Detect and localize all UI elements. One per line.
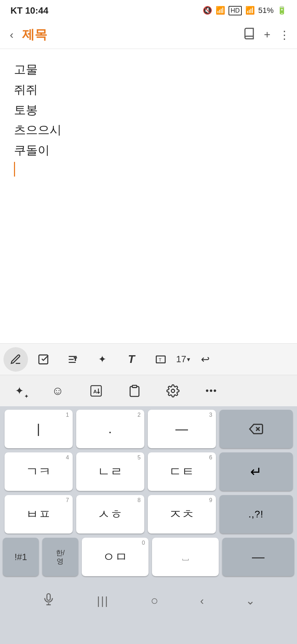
svg-rect-13 [47,594,50,600]
keyboard: 1 | 2 . 3 — 4 ㄱㅋ 5 ㄴㄹ [0,406,297,644]
keyboard-row-4: !#1 한/영 0 ㅇㅁ ⎵ — [3,538,294,576]
key-dot[interactable]: 2 . [76,410,144,448]
font-size-dropdown-icon: ▾ [187,356,190,363]
hide-keyboard-button[interactable]: ⌄ [246,594,255,607]
battery-icon: 🔋 [277,6,287,15]
keyboard-row-1: 1 | 2 . 3 — [3,410,294,448]
font-size-selector[interactable]: 17 ▾ [176,354,190,365]
wifi-icon: 📶 [216,6,225,15]
checklist-button[interactable] [29,347,57,372]
key-dash-long[interactable]: 3 — [148,410,216,448]
key-backspace[interactable] [219,410,293,448]
key-enter[interactable]: ↵ [219,452,293,491]
secondary-toolbar: ✦ ✦ ☺ A ••• [0,375,297,406]
key-dash-bottom[interactable]: — [222,538,294,576]
formatting-toolbar: T ✦ T T 17 ▾ ↩ [0,343,297,375]
font-size-value: 17 [176,354,186,365]
book-icon[interactable] [243,27,255,43]
key-om[interactable]: 0 ㅇㅁ [82,538,148,576]
back-nav-button[interactable]: ‹ [200,594,204,607]
more-toolbar-button[interactable]: ••• [199,379,224,403]
note-text-content: 고물 쥐쥐 토봉 츠으으시 쿠돌이 [14,59,283,177]
bottom-navigation: ||| ○ ‹ ⌄ [0,583,297,618]
key-gk[interactable]: 4 ㄱㅋ [5,452,73,491]
app-bar: ‹ 제목 + ⋮ [0,21,297,49]
settings-button[interactable] [161,379,185,403]
key-bp[interactable]: 7 ㅂㅍ [5,495,73,534]
app-bar-actions: + ⋮ [243,27,290,43]
key-sh[interactable]: 8 ㅅㅎ [76,495,144,534]
sparkle-button[interactable]: ✦ [88,347,116,372]
svg-rect-9 [132,385,137,387]
svg-point-10 [171,389,175,393]
page-title: 제목 [22,26,238,43]
note-line-5: 쿠돌이 [14,140,283,160]
hd-icon: HD [229,6,242,15]
key-dt[interactable]: 6 ㄷㅌ [148,452,216,491]
note-line-4: 츠으으시 [14,120,283,140]
back-button[interactable]: ‹ [7,26,16,44]
note-editor[interactable]: 고물 쥐쥐 토봉 츠으으시 쿠돌이 [0,49,297,294]
key-space[interactable]: ⎵ [152,538,219,576]
note-line-3: 토봉 [14,100,283,120]
svg-text:A: A [93,388,97,394]
status-icons: 🔇 📶 HD 📶 51% 🔋 [203,6,287,15]
note-line-1: 고물 [14,59,283,80]
ai-sparkle-button[interactable]: ✦ ✦ [7,379,31,403]
keyboard-row-2: 4 ㄱㅋ 5 ㄴㄹ 6 ㄷㅌ ↵ [3,452,294,491]
text-style-button[interactable]: T [59,347,87,372]
key-pipe[interactable]: 1 | [5,410,73,448]
keyboard-row-3: 7 ㅂㅍ 8 ㅅㅎ 9 ㅈㅊ .,?! [3,495,294,534]
text-format-button[interactable]: T [117,347,145,372]
svg-text:T: T [159,357,161,362]
home-button[interactable]: ○ [151,593,158,608]
svg-rect-0 [39,355,48,364]
key-lang-switch[interactable]: 한/영 [42,538,78,576]
key-nr[interactable]: 5 ㄴㄹ [76,452,144,491]
mute-icon: 🔇 [203,6,212,15]
text-box-button[interactable]: T [147,347,175,372]
key-punctuation[interactable]: .,?! [219,495,293,534]
status-bar: KT 10:44 🔇 📶 HD 📶 51% 🔋 [0,0,297,21]
svg-text:T: T [74,357,77,361]
recent-apps-button[interactable]: ||| [97,594,109,607]
emoji-button[interactable]: ☺ [45,379,70,403]
key-symbols[interactable]: !#1 [3,538,39,576]
status-carrier-time: KT 10:44 [10,5,48,16]
more-options-button[interactable]: ⋮ [279,28,290,42]
note-line-2: 쥐쥐 [14,80,283,100]
pen-tool-button[interactable] [3,347,28,372]
mic-button[interactable] [42,593,55,609]
battery-indicator: 51% [258,6,274,15]
signal-icon: 📶 [245,6,255,15]
text-recognition-button[interactable]: A [84,379,108,403]
add-button[interactable]: + [264,28,270,41]
clipboard-button[interactable] [122,379,147,403]
text-cursor [14,162,15,177]
undo-button[interactable]: ↩ [191,347,219,372]
key-jc[interactable]: 9 ㅈㅊ [148,495,216,534]
